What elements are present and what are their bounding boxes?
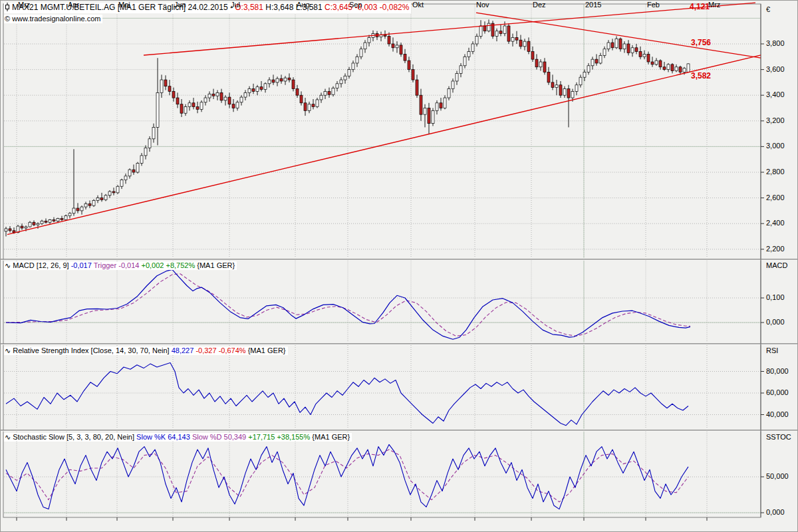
header-segment: +0,002 <box>141 261 166 269</box>
main-axis-tick-label: 2,600 <box>766 194 785 202</box>
rsi-axis-tick-label: 40,000 <box>766 410 789 419</box>
header-segment: C:3,645 -0,003 -0,082% <box>325 3 409 12</box>
header-segment: Slow %K 64,143 <box>136 433 192 441</box>
header-segment: Slow %D 50,349 <box>192 433 248 441</box>
time-axis-month-label: Dez <box>533 1 546 9</box>
indicator-icon: ∿ <box>5 261 11 270</box>
main-axis-tick-label: 3,400 <box>766 90 785 99</box>
trendline-price-label: 3,756 <box>691 38 711 47</box>
copyright-notice: © www.tradesignalonline.com <box>4 15 102 23</box>
macd-axis-tick-label: 0,100 <box>766 293 785 302</box>
sto-axis-tick-label: 50,000 <box>766 472 789 481</box>
header-segment: Stochastic Slow [5, 3, 3, 80, 20, Nein] <box>13 433 136 441</box>
rsi-axis-label: RSI <box>766 346 778 355</box>
tradesignal-chart-window: MAX21 MGMT.U.BETEIL.AG [MA1 GER Täglich]… <box>0 0 798 532</box>
header-segment: Trigger <box>94 261 119 269</box>
rsi-axis-tick-label: 60,000 <box>766 388 789 397</box>
main-axis-tick-label: 2,400 <box>766 219 785 227</box>
time-axis-month-label: Feb <box>647 1 660 9</box>
macd-axis-tick-label: 0,000 <box>766 318 785 327</box>
sto-axis-tick-label: 0,000 <box>766 508 785 517</box>
price-axis-currency-label: € <box>766 5 770 14</box>
main-axis-tick-label: 2,800 <box>766 168 785 176</box>
stochastic-indicator-header[interactable]: ∿Stochastic Slow [5, 3, 3, 80, 20, Nein]… <box>4 433 352 442</box>
trendline-price-label: 4,121 <box>690 2 710 11</box>
rsi-axis-tick-label: 80,000 <box>766 367 789 376</box>
time-axis-month-label: Jun <box>174 1 186 9</box>
header-segment: 48,227 <box>172 346 196 354</box>
candlestick-icon <box>5 3 10 13</box>
header-segment: Relative Strength Index [Close, 14, 30, … <box>13 346 171 354</box>
macd-axis-label: MACD <box>766 261 787 270</box>
time-axis-month-label: Jul <box>231 1 240 9</box>
time-axis-month-label: Mrz <box>708 1 720 9</box>
main-axis-tick-label: 3,200 <box>766 116 785 125</box>
rsi-indicator-header[interactable]: ∿Relative Strength Index [Close, 14, 30,… <box>4 346 288 355</box>
trendline-price-label: 3,582 <box>691 71 711 80</box>
time-axis-month-label: Apr <box>68 1 79 9</box>
time-axis-month-label: Okt <box>412 1 424 9</box>
indicator-icon: ∿ <box>5 346 11 355</box>
time-axis-month-label: Mai <box>118 1 130 9</box>
header-segment: -0,327 -0,674% <box>196 346 247 354</box>
header-segment: H:3,648 L:3,581 <box>265 3 325 12</box>
main-axis-tick-label: 2,200 <box>766 245 785 253</box>
header-segment: {MA1 GER} <box>312 433 350 441</box>
header-segment: +17,715 +38,155% <box>248 433 312 441</box>
header-segment: MACD [12, 26, 9] <box>13 261 70 269</box>
time-axis-month-label: Nov <box>476 1 489 9</box>
time-axis-month-label: Mrz <box>18 1 30 9</box>
indicator-icon: ∿ <box>5 433 11 442</box>
header-segment: -0,017 <box>71 261 94 269</box>
main-axis-tick-label: 3,800 <box>766 39 785 48</box>
header-segment: +8,752% <box>166 261 197 269</box>
macd-indicator-header[interactable]: ∿MACD [12, 26, 9] -0,017 Trigger -0,014 … <box>4 261 237 270</box>
main-axis-tick-label: 3,600 <box>766 65 785 74</box>
main-axis-tick-label: 3,000 <box>766 142 785 150</box>
stochastic-axis-label: SSTOC <box>766 433 791 442</box>
time-axis-month-label: Aug <box>297 1 310 9</box>
time-axis-month-label: Sep <box>349 1 362 9</box>
header-segment: -0,014 <box>118 261 141 269</box>
time-axis-month-label: 2015 <box>585 1 601 9</box>
header-segment: {MA1 GER} <box>197 261 235 269</box>
header-segment: {MA1 GER} <box>248 346 286 354</box>
